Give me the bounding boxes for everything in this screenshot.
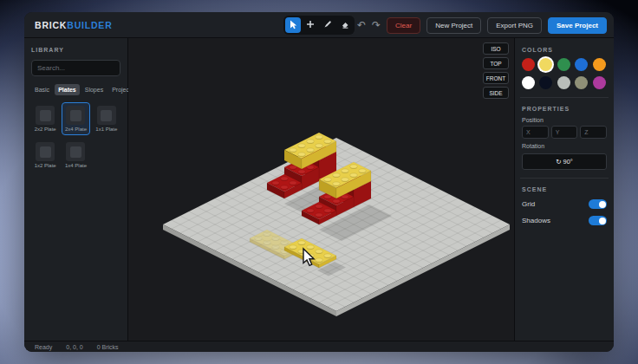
main-area: LIBRARY Basic Plates Slopes Projects 2x2…	[24, 38, 614, 341]
swatch-black[interactable]	[539, 76, 552, 89]
swatch-blue[interactable]	[575, 58, 588, 71]
inspector-panel: COLORS PROPERTIES Position	[514, 38, 614, 341]
logo-builder: BUILDER	[67, 20, 112, 30]
rotate-90-button[interactable]: ↻ 90°	[522, 153, 607, 170]
redo-icon: ↷	[372, 19, 381, 31]
swatch-yellow[interactable]	[539, 58, 552, 71]
position-inputs	[522, 126, 607, 139]
brick-thumbnail	[66, 106, 85, 125]
library-item-2x2-plate[interactable]: 2x2 Plate	[31, 102, 59, 135]
shadows-toggle[interactable]	[589, 216, 607, 225]
position-label: Position	[522, 117, 607, 123]
swatch-white[interactable]	[522, 76, 535, 89]
item-label: 2x2 Plate	[35, 127, 56, 132]
swatch-light-gray[interactable]	[557, 76, 570, 89]
divider	[520, 178, 609, 179]
scene-canvas[interactable]	[128, 38, 514, 341]
plus-icon	[305, 19, 316, 32]
brick-thumbnail	[66, 142, 85, 161]
divider	[520, 97, 609, 98]
view-iso-button[interactable]: ISO	[483, 42, 509, 55]
brush-icon	[322, 19, 333, 32]
library-panel: LIBRARY Basic Plates Slopes Projects 2x2…	[24, 38, 128, 341]
view-side-button[interactable]: SIDE	[483, 87, 509, 99]
new-project-button[interactable]: New Project	[426, 17, 481, 34]
desktop-background: BRICKBUILDER	[0, 0, 638, 364]
grid-toggle[interactable]	[589, 199, 607, 209]
rotation-label: Rotation	[522, 143, 607, 149]
library-item-1x4-plate[interactable]: 1x4 Plate	[62, 139, 89, 172]
position-z-field[interactable]	[580, 126, 607, 139]
tab-slopes[interactable]: Slopes	[81, 84, 107, 95]
item-label: 1x2 Plate	[35, 163, 56, 168]
tab-plates[interactable]: Plates	[55, 84, 80, 95]
item-label: 1x4 Plate	[65, 163, 87, 168]
brick-thumbnail	[36, 142, 55, 161]
item-label: 2x4 Plate	[65, 127, 87, 132]
swatch-green[interactable]	[557, 58, 570, 71]
swatch-dark-tan[interactable]	[575, 76, 588, 89]
select-tool-button[interactable]	[285, 17, 301, 33]
grid-toggle-row: Grid	[522, 199, 607, 209]
library-title: LIBRARY	[31, 47, 120, 53]
eraser-icon	[340, 19, 350, 32]
library-item-1x1-plate[interactable]: 1x1 Plate	[93, 102, 120, 135]
brick-thumbnail	[36, 106, 55, 125]
shadows-label: Shadows	[522, 217, 550, 224]
tab-basic[interactable]: Basic	[31, 84, 53, 95]
app-logo: BRICKBUILDER	[35, 12, 113, 38]
paint-tool-button[interactable]	[320, 17, 335, 33]
clear-button[interactable]: Clear	[387, 17, 420, 34]
save-project-button[interactable]: Save Project	[548, 17, 607, 34]
top-bar-actions: ↶ ↷ Clear New Project Export PNG Save Pr…	[357, 12, 607, 38]
brick-count: 0 Bricks	[97, 344, 119, 350]
position-x-field[interactable]	[522, 126, 549, 139]
brick-item-grid: 2x2 Plate 2x4 Plate 1x1 Plate 1x2 Plate	[31, 102, 120, 172]
viewport-3d[interactable]: ISO TOP FRONT SIDE	[128, 38, 514, 341]
eraser-tool-button[interactable]	[337, 17, 353, 33]
app-window: BRICKBUILDER	[24, 12, 614, 352]
swatch-red[interactable]	[522, 58, 535, 71]
swatch-orange[interactable]	[593, 58, 606, 71]
logo-brick: BRICK	[35, 20, 67, 30]
shadows-toggle-row: Shadows	[522, 216, 607, 225]
color-swatches	[522, 58, 607, 89]
search-input[interactable]	[31, 60, 120, 76]
position-y-field[interactable]	[551, 126, 578, 139]
grid-label: Grid	[522, 200, 535, 208]
cursor-coordinates: 0, 0, 0	[66, 344, 82, 350]
undo-button[interactable]: ↶	[357, 20, 366, 30]
library-item-1x2-plate[interactable]: 1x2 Plate	[31, 139, 59, 172]
brick-thumbnail	[97, 106, 116, 125]
tool-group	[283, 16, 355, 35]
colors-title: COLORS	[522, 47, 607, 53]
item-label: 1x1 Plate	[95, 127, 117, 132]
export-png-button[interactable]: Export PNG	[487, 17, 542, 34]
swatch-magenta[interactable]	[593, 76, 606, 89]
properties-title: PROPERTIES	[522, 106, 607, 112]
add-brick-tool-button[interactable]	[303, 17, 318, 33]
status-text: Ready	[35, 344, 52, 350]
view-front-button[interactable]: FRONT	[483, 72, 509, 84]
status-bar: Ready 0, 0, 0 0 Bricks	[24, 341, 614, 352]
cursor-icon	[288, 19, 298, 32]
scene-title: SCENE	[522, 186, 607, 192]
view-top-button[interactable]: TOP	[483, 57, 509, 69]
redo-button[interactable]: ↷	[372, 20, 381, 30]
view-buttons: ISO TOP FRONT SIDE	[483, 42, 509, 99]
library-item-2x4-plate[interactable]: 2x4 Plate	[62, 102, 89, 135]
undo-icon: ↶	[357, 19, 366, 31]
library-tabs: Basic Plates Slopes Projects	[31, 84, 120, 95]
top-bar: BRICKBUILDER	[24, 12, 614, 38]
